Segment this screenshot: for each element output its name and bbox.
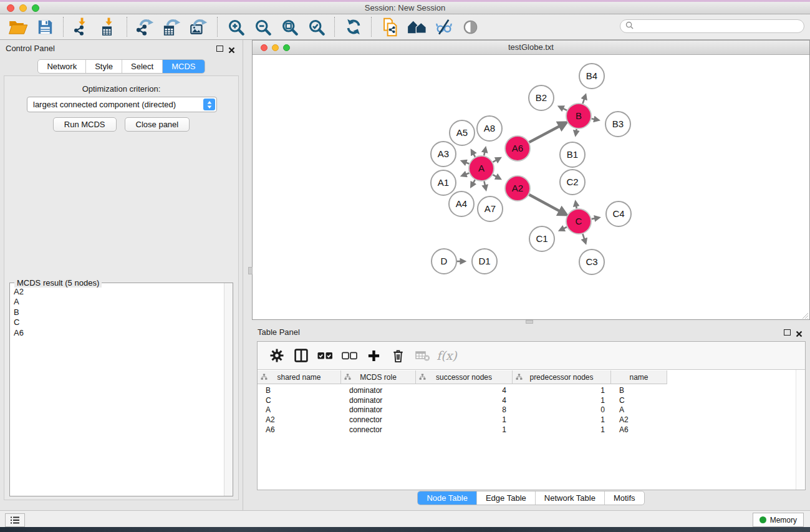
table-row[interactable]: Bdominator41B [258, 385, 796, 395]
graph-edge-B-B2[interactable] [560, 107, 567, 110]
graph-node-label: A2 [512, 183, 523, 193]
settings-gear-icon[interactable] [266, 345, 287, 366]
clone-network-icon[interactable] [377, 16, 403, 38]
tab-mcds[interactable]: MCDS [162, 60, 204, 73]
home-icon[interactable] [403, 16, 430, 38]
mcds-result-scrollbar[interactable] [224, 283, 233, 496]
cell-successor-nodes: 4 [416, 396, 513, 405]
window-titlebar: Session: New Session [0, 2, 810, 14]
table-tabs: Node TableEdge TableNetwork TableMotifs [252, 491, 810, 505]
table-scrollbar[interactable] [796, 370, 805, 490]
vertical-divider-handle[interactable] [248, 267, 253, 274]
memory-status-icon [759, 516, 766, 523]
mcds-result-item[interactable]: B [11, 307, 224, 317]
close-window-icon[interactable] [7, 4, 14, 12]
tab-node-table[interactable]: Node Table [418, 491, 476, 505]
table-row[interactable]: A2connector11A2 [258, 415, 796, 425]
network-view-window: testGlobe.txt AA1A2A3A4A5A6A7A8BB1B2B3B4… [252, 40, 810, 320]
graph-edge-A-A1[interactable] [463, 173, 469, 175]
tab-select[interactable]: Select [122, 60, 162, 73]
graph-edge-C-C3[interactable] [582, 234, 585, 243]
graph-edge-A-A2[interactable] [493, 175, 499, 178]
cell-predecessor-nodes: 1 [513, 425, 611, 434]
close-table-panel-icon[interactable] [796, 329, 803, 336]
maximize-window-icon[interactable] [32, 4, 39, 12]
delete-row-icon[interactable] [387, 345, 409, 366]
open-file-icon[interactable] [5, 16, 32, 38]
table-row[interactable]: Adominator80A [258, 405, 796, 415]
tab-style[interactable]: Style [85, 60, 122, 73]
save-session-icon[interactable] [32, 16, 59, 38]
column-label: successor nodes [436, 373, 492, 382]
column-header-name[interactable]: name [611, 370, 667, 384]
network-maximize-icon[interactable] [283, 44, 290, 51]
graph-edge-A-A5[interactable] [472, 151, 475, 157]
search-input[interactable] [637, 20, 804, 32]
graph-edge-B-B3[interactable] [592, 118, 598, 120]
zoom-out-icon[interactable] [249, 16, 276, 38]
tab-network-table[interactable]: Network Table [535, 491, 604, 505]
column-header-shared-name[interactable]: shared name [258, 370, 341, 384]
column-label: MCDS role [360, 373, 397, 382]
table-row[interactable]: A6connector11A6 [258, 425, 796, 435]
mcds-result-item[interactable]: C [11, 317, 224, 327]
column-header-successor-nodes[interactable]: successor nodes [416, 370, 513, 384]
eye-icon[interactable] [457, 16, 484, 38]
search-box[interactable] [620, 19, 804, 33]
graph-edge-A-A3[interactable] [463, 162, 469, 164]
graph-edge-C-C4[interactable] [592, 218, 599, 219]
refresh-icon[interactable] [340, 16, 367, 38]
optimization-criterion-select[interactable]: largest connected component (directed) [27, 97, 217, 112]
import-table-icon[interactable] [95, 16, 122, 38]
zoom-fit-icon[interactable] [276, 16, 303, 38]
column-header-predecessor-nodes[interactable]: predecessor nodes [513, 370, 611, 384]
graph-node-label: A3 [438, 148, 449, 159]
graph-edge-A-A6[interactable] [493, 158, 499, 162]
column-header-MCDS-role[interactable]: MCDS role [341, 370, 416, 384]
graph-edge-B-B1[interactable] [576, 129, 576, 135]
close-panel-button[interactable]: Close panel [125, 117, 190, 132]
select-all-icon[interactable] [314, 345, 336, 366]
memory-button[interactable]: Memory [753, 513, 804, 527]
network-canvas[interactable]: AA1A2A3A4A5A6A7A8BB1B2B3B4CC1C2C3C4DD1 [253, 55, 809, 319]
toolbar-separator [334, 17, 335, 37]
mcds-result-item[interactable]: A6 [11, 328, 224, 338]
import-network-icon[interactable] [69, 16, 95, 38]
run-mcds-button[interactable]: Run MCDS [53, 117, 117, 132]
graph-edge-A-A4[interactable] [471, 180, 475, 186]
tab-motifs[interactable]: Motifs [604, 491, 644, 505]
zoom-selected-icon[interactable] [303, 16, 330, 38]
mcds-result-item[interactable]: A [11, 297, 224, 307]
graph-edge-A6-B[interactable] [529, 123, 565, 142]
zoom-in-icon[interactable] [223, 16, 249, 38]
float-panel-icon[interactable] [216, 46, 223, 52]
columns-icon[interactable] [290, 345, 312, 366]
mcds-result-item[interactable]: A2 [11, 287, 224, 297]
close-panel-icon[interactable] [228, 45, 235, 52]
add-row-icon[interactable] [363, 345, 385, 366]
resize-grip-icon[interactable] [801, 311, 809, 319]
hide-panels-icon[interactable] [430, 16, 457, 38]
graph-edge-A-A8[interactable] [484, 148, 485, 155]
table-row[interactable]: Cdominator41C [258, 395, 796, 405]
export-network-icon[interactable] [132, 16, 159, 38]
cell-predecessor-nodes: 0 [513, 405, 611, 414]
tab-network[interactable]: Network [38, 60, 85, 73]
network-minimize-icon[interactable] [272, 44, 279, 51]
graph-edge-A-A7[interactable] [484, 181, 486, 189]
graph-edge-C-C2[interactable] [576, 203, 577, 209]
deselect-all-icon[interactable] [339, 345, 360, 366]
cell-predecessor-nodes: 1 [513, 396, 611, 405]
graph-edge-A2-C[interactable] [529, 195, 565, 214]
graph-edge-B-B4[interactable] [583, 95, 586, 104]
export-table-icon[interactable] [159, 16, 186, 38]
network-close-icon[interactable] [261, 44, 268, 51]
minimize-window-icon[interactable] [19, 4, 27, 12]
tab-edge-table[interactable]: Edge Table [476, 491, 535, 505]
control-panel-tabs: NetworkStyleSelectMCDS [0, 59, 243, 74]
graph-edge-C-C1[interactable] [561, 227, 567, 230]
task-history-button[interactable] [5, 513, 25, 527]
control-panel: Control Panel NetworkStyleSelectMCDS Opt… [0, 40, 243, 510]
float-table-panel-icon[interactable] [784, 329, 791, 336]
export-image-icon[interactable] [186, 16, 213, 38]
